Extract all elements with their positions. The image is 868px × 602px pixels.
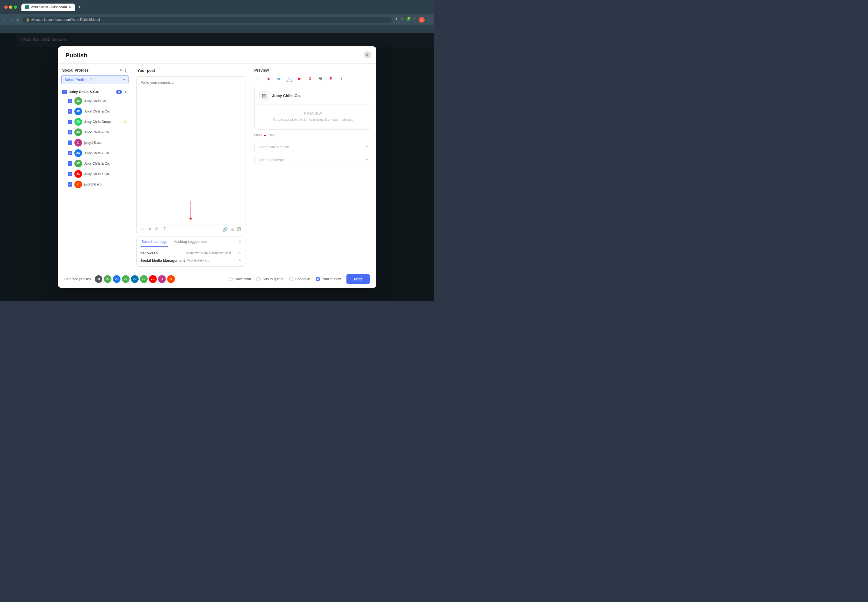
list-item: ✓ JC Juicy Chills & Co. bbox=[60, 148, 129, 158]
address-bar[interactable]: 🔒 vistastocial.com/dashboard?openPublish… bbox=[23, 17, 392, 23]
your-post-title: Your post bbox=[137, 68, 155, 73]
profile-name: juicychillsco bbox=[84, 183, 128, 186]
mention-icon[interactable]: @ bbox=[155, 227, 160, 232]
chevron-down-icon: ▾ bbox=[366, 145, 368, 149]
profile-checkbox[interactable]: ✓ bbox=[68, 140, 72, 145]
image-icon[interactable]: 🖼 bbox=[237, 227, 241, 232]
post-textarea[interactable] bbox=[137, 77, 245, 197]
maximize-dot[interactable] bbox=[14, 6, 17, 9]
list-item: ✓ JC Juicy Chills & Co. bbox=[60, 127, 129, 137]
selected-avatar: JC bbox=[140, 275, 148, 283]
tiktok-network-icon[interactable]: ♪ bbox=[338, 75, 345, 82]
radio-button-selected[interactable] bbox=[315, 277, 320, 281]
instagram-network-icon[interactable]: ◉ bbox=[265, 75, 272, 82]
add-hashtag-button[interactable]: + bbox=[239, 237, 241, 247]
pinterest-network-icon[interactable]: P bbox=[328, 75, 335, 82]
browser-tab[interactable]: Vista Social - Dashboard ✕ bbox=[22, 3, 75, 11]
tab-hashtag-suggestions[interactable]: Hashtag suggestions bbox=[173, 237, 208, 247]
social-profiles-title: Social Profiles bbox=[62, 68, 89, 72]
avatar: JC bbox=[74, 149, 82, 157]
collapse-icon[interactable]: ❮ bbox=[124, 68, 128, 72]
linkedin-network-icon[interactable]: in bbox=[275, 75, 282, 82]
close-dot[interactable] bbox=[5, 6, 8, 9]
tab-close-button[interactable]: ✕ bbox=[69, 6, 71, 9]
post-toolbar: ☺ # @ T 🔗 ⊞ 🖼 bbox=[137, 224, 245, 234]
browser-dots bbox=[5, 6, 17, 9]
left-panel-header: Social Profiles ≡ ❮ bbox=[58, 64, 132, 75]
list-item: ✓ JC Juicy Chills Co. bbox=[60, 96, 129, 106]
group-collapse-icon[interactable]: ▲ bbox=[124, 90, 128, 94]
call-to-action-dropdown[interactable]: Select call to action ▾ bbox=[254, 142, 372, 152]
hashtag-icon[interactable]: # bbox=[149, 227, 151, 232]
preview-network-icons: f ◉ in 𝕏 ▶ G 👽 P ♪ bbox=[254, 75, 372, 82]
group-checkbox[interactable]: ✓ bbox=[62, 90, 67, 94]
google-network-icon[interactable]: G bbox=[306, 75, 314, 82]
back-button[interactable]: ← bbox=[3, 18, 7, 22]
link-icon[interactable]: 🔗 bbox=[222, 227, 228, 232]
reddit-network-icon[interactable]: 👽 bbox=[317, 75, 324, 82]
twitter-network-icon[interactable]: 𝕏 bbox=[286, 75, 293, 82]
radio-button[interactable] bbox=[289, 277, 294, 281]
new-tab-button[interactable]: + bbox=[78, 5, 81, 9]
user-avatar[interactable]: A bbox=[419, 17, 425, 23]
hashtag-tags: #socialmedia... bbox=[187, 258, 236, 262]
modal-body: Social Profiles ≡ ❮ Select Profiles · 9 … bbox=[58, 64, 376, 270]
edit-hashtag-icon[interactable]: ✎ bbox=[238, 258, 241, 263]
facebook-network-icon[interactable]: f bbox=[254, 75, 262, 82]
save-draft-option[interactable]: Save draft bbox=[229, 277, 251, 281]
select-profiles-dropdown[interactable]: Select Profiles · 9 ▾ bbox=[61, 75, 128, 84]
radio-button[interactable] bbox=[256, 277, 261, 281]
profile-checkbox[interactable]: ✓ bbox=[68, 161, 72, 166]
pinterest-icon: ● bbox=[264, 134, 266, 137]
right-panel-header: Preview f ◉ in 𝕏 ▶ G 👽 P ♪ bbox=[250, 64, 376, 84]
selected-avatar: JC bbox=[113, 275, 120, 283]
profile-checkbox[interactable]: ✓ bbox=[68, 182, 72, 187]
middle-panel-header: Your post bbox=[132, 64, 250, 76]
youtube-network-icon[interactable]: ▶ bbox=[296, 75, 303, 82]
modal-close-button[interactable]: × bbox=[364, 51, 371, 58]
emoji-icon[interactable]: ☺ bbox=[140, 227, 145, 232]
profile-checkbox[interactable]: ✓ bbox=[68, 120, 72, 124]
tab-saved-hashtags[interactable]: Saved hashtags bbox=[140, 237, 168, 247]
hashtag-tags: #halloween2021 #halloween #... bbox=[187, 251, 236, 255]
bookmark-icon[interactable]: ☆ bbox=[400, 17, 404, 23]
arrow-line bbox=[191, 201, 191, 218]
filter-icon[interactable]: ≡ bbox=[119, 68, 122, 72]
profile-checkbox[interactable]: ✓ bbox=[68, 130, 72, 134]
reload-button[interactable]: ↻ bbox=[17, 18, 20, 22]
publish-now-option[interactable]: Publish now bbox=[315, 277, 341, 281]
hashtag-area: Saved hashtags Hashtag suggestions + hal… bbox=[137, 236, 245, 267]
profile-checkbox[interactable]: ✓ bbox=[68, 172, 72, 176]
profiles-list: ✓ Juicy Chills & Co. 9 ▲ ✓ JC Juicy Chil… bbox=[58, 87, 132, 270]
red-arrow bbox=[189, 198, 193, 223]
schedule-label: Schedule bbox=[295, 277, 310, 281]
schedule-option[interactable]: Schedule bbox=[289, 277, 310, 281]
profile-checkbox[interactable]: ✓ bbox=[68, 109, 72, 114]
post-type-dropdown[interactable]: Select post type ▾ bbox=[254, 155, 372, 165]
preview-desc: Create a post on the left to preview it … bbox=[259, 118, 367, 121]
table-icon[interactable]: ⊞ bbox=[231, 227, 234, 232]
pin-area: 0000 ● 100 bbox=[254, 134, 372, 137]
forward-button[interactable]: → bbox=[10, 18, 14, 22]
browser-navbar: ← → ↻ 🔒 vistastocial.com/dashboard?openP… bbox=[0, 14, 434, 25]
call-to-action-label: Select call to action bbox=[259, 145, 289, 149]
preview-title: Preview bbox=[254, 68, 372, 72]
edit-hashtag-icon[interactable]: ✎ bbox=[238, 251, 241, 255]
share-icon[interactable]: ⬆ bbox=[395, 17, 398, 23]
menu-icon[interactable]: ⋮ bbox=[427, 17, 431, 23]
hashtag-tabs: Saved hashtags Hashtag suggestions + bbox=[137, 237, 245, 247]
minimize-dot[interactable] bbox=[9, 6, 12, 9]
next-button[interactable]: Next bbox=[346, 274, 370, 284]
profile-group-header[interactable]: ✓ Juicy Chills & Co. 9 ▲ bbox=[60, 88, 129, 96]
profile-checkbox[interactable]: ✓ bbox=[68, 99, 72, 103]
profile-name: Juicy Chills & Co. bbox=[84, 151, 128, 155]
radio-button[interactable] bbox=[229, 277, 233, 281]
sidebar-toggle-icon[interactable]: ▭ bbox=[413, 17, 416, 23]
text-format-icon[interactable]: T bbox=[163, 227, 166, 232]
extension-icon[interactable]: 🧩 bbox=[406, 17, 411, 23]
left-panel-actions: ≡ ❮ bbox=[119, 68, 127, 72]
profile-name: Juicy Chills & Co. bbox=[84, 109, 128, 113]
selected-profiles-label: Selected profiles bbox=[65, 277, 91, 281]
add-to-queue-option[interactable]: Add to queue bbox=[256, 277, 283, 281]
profile-checkbox[interactable]: ✓ bbox=[68, 151, 72, 155]
